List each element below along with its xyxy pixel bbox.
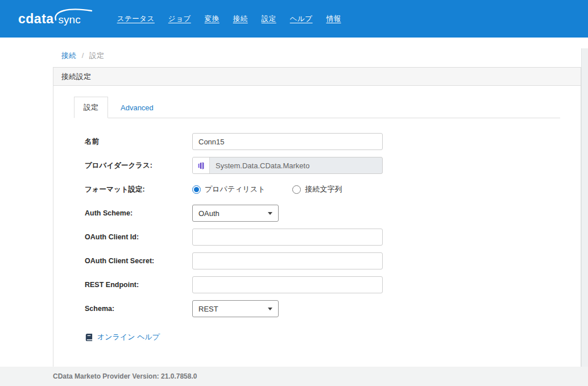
- form-row-auth-scheme: Auth Scheme: OAuth: [85, 205, 581, 222]
- connection-form: 名前 プロバイダークラス: System.Data.CDat: [85, 133, 581, 344]
- oauth-client-secret-input[interactable]: [192, 252, 383, 269]
- form-row-format: フォーマット設定: プロパティリスト 接続文字列: [85, 181, 581, 198]
- rest-endpoint-input[interactable]: [192, 276, 383, 293]
- logo-text-cdata: cdata: [18, 11, 54, 27]
- panel-title: 接続設定: [61, 72, 91, 82]
- online-help-label: オンライン ヘルプ: [97, 332, 160, 342]
- provider-version-text: CData Marketo Provider Version: 21.0.785…: [53, 372, 197, 380]
- nav-item-info[interactable]: 情報: [326, 14, 341, 24]
- logo-text-sync: sync: [59, 14, 81, 26]
- breadcrumb-current: 設定: [89, 51, 104, 60]
- connection-settings-panel: 接続設定 設定 Advanced 名前 プロバイダークラス:: [53, 67, 581, 371]
- form-row-schema: Schema: REST: [85, 300, 581, 317]
- property-list-radio-label: プロパティリスト: [205, 184, 265, 194]
- nav-item-transform[interactable]: 変換: [205, 14, 220, 24]
- book-icon: [85, 333, 93, 342]
- main-nav: ステータス ジョブ 変換 接続 設定 ヘルプ 情報: [117, 14, 341, 24]
- caret-down-icon: [268, 308, 272, 310]
- radio-option-connection-string[interactable]: 接続文字列: [292, 184, 342, 194]
- online-help-link[interactable]: オンライン ヘルプ: [85, 332, 160, 342]
- breadcrumb-link-connections[interactable]: 接続: [61, 51, 76, 60]
- radio-option-property-list[interactable]: プロパティリスト: [192, 184, 265, 194]
- footer: CData Marketo Provider Version: 21.0.785…: [0, 367, 588, 386]
- cdata-sync-app: cdata sync ステータス ジョブ 変換 接続 設定 ヘルプ 情報 接続 …: [0, 0, 588, 386]
- provider-class-value: System.Data.CData.Marketo: [210, 161, 309, 170]
- tab-bar: 設定 Advanced: [74, 97, 560, 118]
- provider-class-field: System.Data.CData.Marketo: [192, 157, 383, 174]
- tab-advanced[interactable]: Advanced: [108, 98, 166, 118]
- tab-settings[interactable]: 設定: [74, 97, 108, 118]
- form-row-provider-class: プロバイダークラス: System.Data.CData.Marketo: [85, 157, 581, 174]
- form-row-oauth-client-secret: OAuth Client Secret:: [85, 252, 581, 269]
- logo-text-sync-wrap: sync: [59, 14, 81, 26]
- cdata-sync-logo[interactable]: cdata sync: [18, 11, 81, 27]
- caret-down-icon: [268, 212, 272, 215]
- form-row-rest-endpoint: REST Endpoint:: [85, 276, 581, 293]
- name-label: 名前: [85, 137, 192, 147]
- oauth-client-secret-label: OAuth Client Secret:: [85, 257, 192, 265]
- auth-scheme-selected-value: OAuth: [198, 209, 220, 218]
- connection-string-radio-label: 接続文字列: [305, 184, 342, 194]
- property-list-radio[interactable]: [192, 185, 201, 194]
- top-navbar: cdata sync ステータス ジョブ 変換 接続 設定 ヘルプ 情報: [0, 0, 588, 38]
- oauth-client-id-label: OAuth Client Id:: [85, 233, 192, 241]
- connection-string-radio[interactable]: [292, 185, 301, 194]
- nav-item-status[interactable]: ステータス: [117, 14, 155, 24]
- format-label: フォーマット設定:: [85, 185, 192, 194]
- schema-selected-value: REST: [198, 305, 218, 313]
- nav-item-jobs[interactable]: ジョブ: [168, 14, 191, 24]
- panel-header: 接続設定: [53, 68, 581, 86]
- format-radio-group: プロパティリスト 接続文字列: [192, 184, 342, 194]
- panel-body: 設定 Advanced 名前 プロバイダークラス:: [53, 97, 581, 371]
- breadcrumb: 接続 / 設定: [61, 51, 588, 61]
- auth-scheme-label: Auth Scheme:: [85, 209, 192, 217]
- breadcrumb-separator: /: [82, 51, 84, 60]
- marketo-provider-icon: [193, 157, 210, 173]
- oauth-client-id-input[interactable]: [192, 229, 383, 246]
- schema-label: Schema:: [85, 305, 192, 313]
- form-row-oauth-client-id: OAuth Client Id:: [85, 229, 581, 246]
- nav-item-settings[interactable]: 設定: [262, 14, 276, 24]
- nav-item-help[interactable]: ヘルプ: [290, 14, 313, 24]
- page-background-gutter: [581, 48, 588, 367]
- rest-endpoint-label: REST Endpoint:: [85, 281, 192, 289]
- nav-item-connections[interactable]: 接続: [233, 14, 248, 24]
- form-row-name: 名前: [85, 133, 581, 150]
- name-input[interactable]: [192, 133, 383, 150]
- provider-class-label: プロバイダークラス:: [85, 161, 192, 171]
- schema-select[interactable]: REST: [192, 300, 279, 317]
- auth-scheme-select[interactable]: OAuth: [192, 205, 279, 222]
